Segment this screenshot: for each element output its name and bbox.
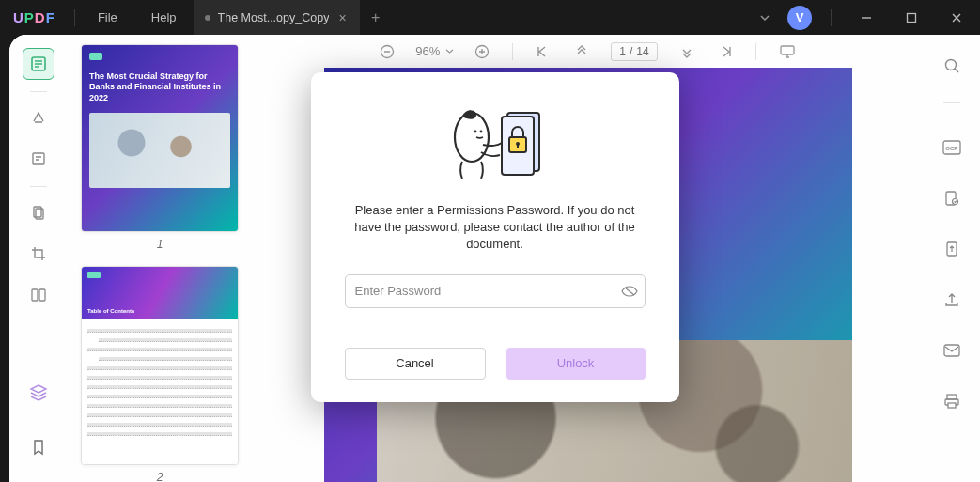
logo-u: U <box>13 9 24 25</box>
window-close-button[interactable] <box>941 5 972 31</box>
thumb-logo-icon <box>87 272 101 278</box>
unlock-button[interactable]: Unlock <box>506 348 646 380</box>
titlebar: UPDF File Help The Most...opy_Copy × + V <box>0 0 980 35</box>
cancel-button[interactable]: Cancel <box>345 348 486 380</box>
menu-file[interactable]: File <box>81 10 134 24</box>
thumbnail-page-2[interactable]: Table of Contents <box>81 266 239 465</box>
logo-p: P <box>24 9 35 25</box>
lock-illustration-icon <box>345 99 646 193</box>
divider <box>831 9 832 26</box>
thumb-toc-heading: Table of Contents <box>87 308 134 314</box>
toggle-visibility-icon[interactable] <box>621 286 638 297</box>
password-input[interactable] <box>345 274 646 308</box>
thumb-logo-icon <box>89 53 102 60</box>
avatar[interactable]: V <box>787 6 812 30</box>
thumbnail-page-1[interactable]: The Most Crucial Strategy for Banks and … <box>81 44 239 232</box>
titlebar-right: V <box>755 5 980 31</box>
new-tab-button[interactable]: + <box>360 9 392 26</box>
chevron-down-icon[interactable] <box>755 12 774 23</box>
logo-d: D <box>35 9 46 25</box>
svg-point-25 <box>474 131 476 133</box>
document-tab[interactable]: The Most...opy_Copy × <box>194 0 360 35</box>
svg-point-26 <box>479 131 482 133</box>
thumb-photo <box>89 113 230 188</box>
password-modal: Please enter a Permissions Password. If … <box>311 72 679 402</box>
window-minimize-button[interactable] <box>850 5 882 31</box>
close-icon[interactable]: × <box>336 10 348 25</box>
tab-indicator-icon <box>205 15 210 21</box>
logo-f: F <box>46 9 55 25</box>
app-logo: UPDF <box>0 9 69 25</box>
modal-message: Please enter a Permissions Password. If … <box>345 202 646 254</box>
divider <box>74 9 75 26</box>
avatar-initial: V <box>796 10 804 24</box>
menu-help[interactable]: Help <box>134 10 194 24</box>
tab-title: The Most...opy_Copy <box>218 11 330 24</box>
svg-rect-0 <box>908 13 916 22</box>
thumb-heading: The Most Crucial Strategy for Banks and … <box>89 71 230 103</box>
window-maximize-button[interactable] <box>895 5 927 31</box>
